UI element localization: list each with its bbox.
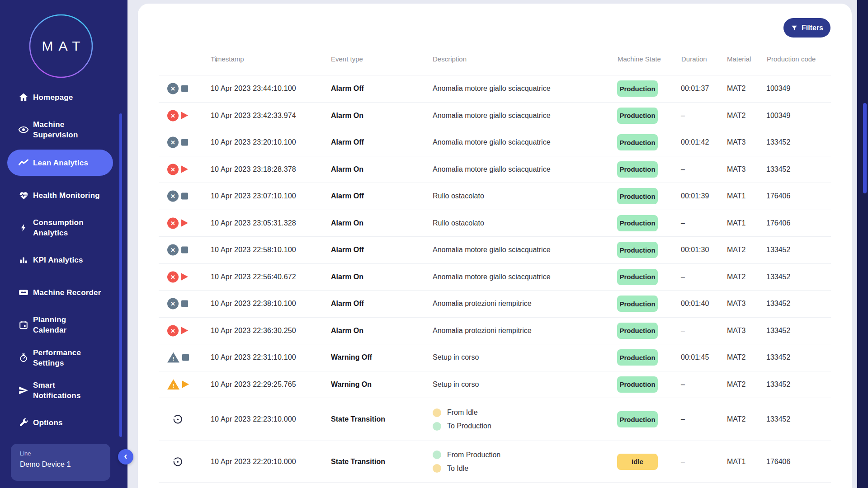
state-transition-text: To Idle bbox=[447, 465, 468, 473]
logo-circle-icon: MAT bbox=[28, 14, 94, 79]
sidebar-item-label: Machine Recorder bbox=[33, 287, 101, 298]
send-icon bbox=[18, 385, 29, 396]
state-dot bbox=[433, 408, 441, 417]
table-row: ✕10 Apr 2023 23:20:10.100Alarm OffAnomal… bbox=[159, 129, 831, 156]
sidebar-item-homepage[interactable]: Homepage bbox=[7, 87, 113, 107]
production-code-cell: 176406 bbox=[766, 458, 790, 466]
alarm-circle-x-icon: ✕ bbox=[167, 217, 179, 229]
column-header-material[interactable]: Material bbox=[727, 55, 751, 63]
event-status-icons: ✕ bbox=[167, 164, 188, 175]
device-line-label: Line bbox=[20, 450, 101, 457]
stop-square-icon bbox=[182, 354, 189, 361]
stop-square-icon bbox=[181, 193, 188, 200]
event-status-icons: ! bbox=[167, 379, 189, 389]
duration-cell: 00:01:40 bbox=[681, 300, 709, 308]
sidebar-item-label: Homepage bbox=[33, 92, 73, 103]
sidebar-item-performance-settings[interactable]: Performance Settings bbox=[7, 344, 113, 371]
event-status-icons: ✕ bbox=[167, 110, 188, 121]
sidebar-item-label: Machine Supervision bbox=[33, 119, 78, 140]
sidebar-item-planning-calendar[interactable]: Planning Calendar bbox=[7, 311, 113, 338]
stop-square-icon bbox=[181, 300, 188, 307]
production-code-cell: 100349 bbox=[766, 84, 790, 93]
alarm-circle-x-icon: ✕ bbox=[167, 298, 179, 310]
wrench-icon bbox=[18, 417, 29, 428]
material-cell: MAT1 bbox=[727, 192, 745, 200]
home-icon bbox=[18, 92, 29, 103]
state-transition-line: To Production bbox=[433, 419, 491, 433]
description-cell: From IdleTo Production bbox=[433, 406, 491, 433]
play-triangle-icon bbox=[181, 273, 188, 281]
duration-cell: 00:01:37 bbox=[681, 84, 709, 93]
duration-cell: – bbox=[681, 415, 685, 423]
machine-state-badge: Production bbox=[617, 215, 658, 231]
stop-square-icon bbox=[181, 139, 188, 146]
timestamp-cell: 10 Apr 2023 22:36:30.250 bbox=[211, 327, 296, 335]
material-cell: MAT2 bbox=[727, 112, 745, 120]
timestamp-cell: 10 Apr 2023 22:23:10.000 bbox=[211, 415, 296, 423]
column-header-production-code[interactable]: Production code bbox=[767, 55, 816, 63]
event-status-icons: ✕ bbox=[167, 83, 188, 94]
filters-button[interactable]: Filters bbox=[783, 18, 830, 38]
material-cell: MAT3 bbox=[727, 300, 745, 308]
sidebar-item-lean-analytics[interactable]: Lean Analytics bbox=[7, 150, 113, 176]
alarm-circle-x-icon: ✕ bbox=[167, 244, 179, 256]
description-cell: Anomalia motore giallo sciacquatrice bbox=[433, 84, 551, 93]
table-row: ✕10 Apr 2023 23:18:28.378Alarm OnAnomali… bbox=[159, 156, 831, 183]
event-type-cell: Alarm Off bbox=[331, 300, 364, 308]
timestamp-cell: 10 Apr 2023 23:44:10.100 bbox=[211, 84, 296, 93]
material-cell: MAT2 bbox=[727, 380, 745, 389]
duration-cell: – bbox=[681, 458, 685, 466]
event-status-icons bbox=[167, 457, 183, 467]
description-cell: Anomalia motore giallo sciacquatrice bbox=[433, 138, 551, 146]
sidebar-item-label: Smart Notifications bbox=[33, 380, 81, 401]
column-header-description[interactable]: Description bbox=[433, 55, 467, 63]
page-scrollbar-thumb[interactable] bbox=[863, 103, 867, 193]
production-code-cell: 133452 bbox=[766, 273, 790, 281]
sidebar-item-machine-supervision[interactable]: Machine Supervision bbox=[7, 116, 113, 143]
description-cell: Rullo ostacolato bbox=[433, 219, 484, 227]
production-code-cell: 176406 bbox=[766, 192, 790, 200]
history-icon bbox=[173, 457, 183, 467]
production-code-cell: 133452 bbox=[766, 415, 790, 423]
column-header-event-type[interactable]: Event type bbox=[331, 55, 363, 63]
duration-cell: – bbox=[681, 165, 685, 174]
column-header-machine-state[interactable]: Machine State bbox=[618, 55, 661, 63]
sidebar-item-kpi-analytics[interactable]: KPI Analytics bbox=[7, 250, 113, 270]
event-type-cell: Warning On bbox=[331, 380, 372, 389]
sidebar-item-health-monitoring[interactable]: Health Monitoring bbox=[7, 185, 113, 205]
machine-state-badge: Production bbox=[617, 323, 658, 339]
table-row: !10 Apr 2023 22:29:25.765Warning OnSetup… bbox=[159, 371, 831, 398]
sidebar-item-machine-recorder[interactable]: Machine Recorder bbox=[7, 282, 113, 302]
timestamp-cell: 10 Apr 2023 22:31:10.100 bbox=[211, 353, 296, 361]
table-row: ✕10 Apr 2023 22:56:40.672Alarm OnAnomali… bbox=[159, 263, 831, 291]
sidebar-item-options[interactable]: Options bbox=[7, 413, 113, 432]
sidebar-collapse-button[interactable] bbox=[118, 449, 133, 465]
sidebar-item-label: Health Monitoring bbox=[33, 190, 100, 201]
sidebar-scrollbar-thumb[interactable] bbox=[119, 113, 122, 437]
state-transition-line: To Idle bbox=[433, 462, 500, 475]
history-icon bbox=[173, 414, 183, 424]
play-triangle-icon bbox=[181, 166, 188, 173]
sidebar-item-consumption-analytics[interactable]: Consumption Analytics bbox=[7, 214, 113, 241]
device-selector-card[interactable]: Line Demo Device 1 bbox=[11, 444, 110, 481]
warning-triangle-icon: ! bbox=[167, 379, 179, 389]
description-cell: Anomalia motore giallo sciacquatrice bbox=[433, 246, 551, 254]
timestamp-cell: 10 Apr 2023 22:38:10.100 bbox=[211, 300, 296, 308]
material-cell: MAT3 bbox=[727, 165, 745, 174]
state-dot bbox=[433, 422, 441, 431]
stopwatch-icon bbox=[18, 352, 29, 363]
state-transition-text: From Production bbox=[447, 451, 500, 459]
page-scrollbar-track[interactable] bbox=[857, 0, 868, 488]
state-transition-line: From Idle bbox=[433, 406, 491, 419]
play-triangle-icon bbox=[181, 220, 188, 227]
stop-square-icon bbox=[181, 85, 188, 92]
duration-cell: 00:01:39 bbox=[681, 192, 709, 200]
description-cell: Setup in corso bbox=[433, 353, 479, 361]
table-row: ✕10 Apr 2023 22:38:10.100Alarm OffAnomal… bbox=[159, 290, 831, 317]
logo-text: MAT bbox=[42, 38, 85, 53]
production-code-cell: 133452 bbox=[766, 380, 790, 389]
sidebar-item-label: Consumption Analytics bbox=[33, 217, 84, 238]
timestamp-cell: 10 Apr 2023 23:07:10.100 bbox=[211, 192, 296, 200]
sidebar-item-smart-notifications[interactable]: Smart Notifications bbox=[7, 377, 113, 404]
column-header-duration[interactable]: Duration bbox=[681, 55, 707, 63]
